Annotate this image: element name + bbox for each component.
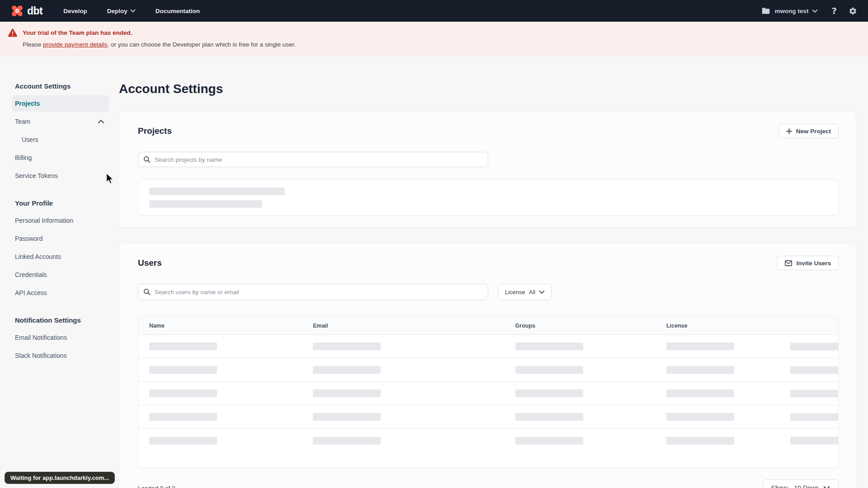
top-navigation-bar: dbt Develop Deploy Documentation mwong t… <box>0 0 868 22</box>
search-icon <box>143 156 151 163</box>
skeleton-bar <box>790 366 838 374</box>
nav-develop[interactable]: Develop <box>63 8 87 14</box>
table-row-skeleton <box>138 335 838 358</box>
skeleton-bar <box>313 366 381 374</box>
skeleton-bar <box>666 389 734 397</box>
column-header-email: Email <box>302 323 504 329</box>
sidebar-section-your-profile: Your Profile Personal Information Passwo… <box>12 199 109 301</box>
browser-status-tooltip: Waiting for app.launchdarkly.com... <box>5 472 115 484</box>
sidebar-heading-notification-settings: Notification Settings <box>15 316 109 324</box>
projects-card-title: Projects <box>138 126 172 136</box>
table-row-skeleton <box>138 405 838 429</box>
account-name: mwong test <box>774 8 808 14</box>
table-row-skeleton <box>138 382 838 405</box>
banner-body: Please provide payment details, or you c… <box>23 40 296 49</box>
skeleton-bar <box>149 389 217 397</box>
provide-payment-details-link[interactable]: provide payment details <box>43 41 108 48</box>
dbt-cloud-window: dbt Develop Deploy Documentation mwong t… <box>0 0 868 488</box>
account-switcher[interactable]: mwong test <box>762 7 818 14</box>
skeleton-bar <box>790 389 838 397</box>
folder-icon <box>762 7 770 14</box>
warning-triangle-icon <box>8 28 18 49</box>
users-card-title: Users <box>138 258 162 268</box>
primary-nav: Develop Deploy Documentation <box>63 8 200 14</box>
help-icon[interactable]: ? <box>831 5 837 16</box>
skeleton-bar <box>149 200 262 208</box>
banner-title: Your trial of the Team plan has ended. <box>23 28 296 38</box>
skeleton-bar <box>515 343 583 350</box>
license-filter-dropdown[interactable]: License All <box>498 284 552 300</box>
search-icon <box>143 288 151 296</box>
sidebar-item-password[interactable]: Password <box>12 230 109 247</box>
users-search-input[interactable] <box>138 284 488 300</box>
sidebar-heading-account-settings: Account Settings <box>15 82 109 90</box>
chevron-down-icon <box>812 9 818 13</box>
sidebar-item-api-access[interactable]: API Access <box>12 285 109 301</box>
table-empty-space <box>138 452 838 468</box>
new-project-button[interactable]: New Project <box>778 124 839 138</box>
sidebar-item-email-notifications[interactable]: Email Notifications <box>12 329 109 346</box>
sidebar-item-billing[interactable]: Billing <box>12 150 109 166</box>
skeleton-bar <box>149 366 217 374</box>
table-row-skeleton <box>138 429 838 452</box>
column-header-groups: Groups <box>505 323 656 329</box>
dbt-home-link[interactable]: dbt <box>11 5 42 17</box>
settings-gear-icon[interactable] <box>849 7 857 15</box>
nav-documentation[interactable]: Documentation <box>156 8 200 14</box>
skeleton-bar <box>666 366 734 374</box>
sidebar-item-linked-accounts[interactable]: Linked Accounts <box>12 249 109 265</box>
projects-loading-skeleton <box>138 179 839 216</box>
skeleton-bar <box>313 389 381 397</box>
main-content: Account Settings Projects New Project <box>119 57 856 488</box>
skeleton-bar <box>149 188 285 195</box>
rows-per-page-dropdown[interactable]: Show: 10 Rows <box>763 479 839 488</box>
skeleton-bar <box>790 437 838 445</box>
nav-deploy[interactable]: Deploy <box>107 8 136 14</box>
sidebar-item-projects[interactable]: Projects <box>12 95 109 112</box>
projects-card: Projects New Project <box>119 112 856 227</box>
sidebar-item-service-tokens[interactable]: Service Tokens <box>12 168 109 184</box>
table-row-skeleton <box>138 358 838 382</box>
users-card: Users Invite Users License All <box>119 244 856 488</box>
sidebar-heading-your-profile: Your Profile <box>15 199 109 207</box>
sidebar-section-notification-settings: Notification Settings Email Notification… <box>12 316 109 364</box>
banner-text: Your trial of the Team plan has ended. P… <box>23 28 296 49</box>
chevron-down-icon <box>130 9 136 13</box>
projects-search-input[interactable] <box>138 152 488 167</box>
chevron-down-icon <box>823 486 830 488</box>
skeleton-bar <box>313 343 381 350</box>
column-header-license: License <box>656 323 838 329</box>
invite-users-button[interactable]: Invite Users <box>777 256 839 270</box>
page-title: Account Settings <box>119 82 856 96</box>
skeleton-bar <box>149 343 217 350</box>
sidebar-item-personal-information[interactable]: Personal Information <box>12 212 109 229</box>
sidebar-item-slack-notifications[interactable]: Slack Notifications <box>12 347 109 364</box>
sidebar-item-team[interactable]: Team <box>12 113 109 130</box>
loaded-count: Loaded 0 of 0 <box>138 485 175 488</box>
sidebar-item-users[interactable]: Users <box>12 131 109 148</box>
skeleton-bar <box>149 437 217 445</box>
skeleton-bar <box>515 389 583 397</box>
users-table-header: Name Email Groups License <box>138 317 838 335</box>
dbt-logo-icon <box>11 5 24 17</box>
skeleton-bar <box>313 413 381 421</box>
plus-icon <box>786 128 792 134</box>
trial-ended-banner: Your trial of the Team plan has ended. P… <box>0 22 868 57</box>
skeleton-bar <box>313 437 381 445</box>
skeleton-bar <box>790 413 838 421</box>
skeleton-bar <box>666 437 734 445</box>
column-header-name: Name <box>138 323 302 329</box>
sidebar-item-credentials[interactable]: Credentials <box>12 267 109 283</box>
brand-wordmark: dbt <box>27 5 42 17</box>
skeleton-bar <box>515 366 583 374</box>
settings-sidebar: Account Settings Projects Team Users Bil… <box>12 82 109 366</box>
skeleton-bar <box>515 413 583 421</box>
chevron-up-icon <box>98 119 104 124</box>
users-table: Name Email Groups License <box>138 316 839 468</box>
skeleton-bar <box>666 343 734 350</box>
chevron-down-icon <box>539 290 545 294</box>
skeleton-bar <box>515 437 583 445</box>
skeleton-bar <box>149 413 217 421</box>
envelope-icon <box>785 260 792 266</box>
skeleton-bar <box>790 343 838 350</box>
